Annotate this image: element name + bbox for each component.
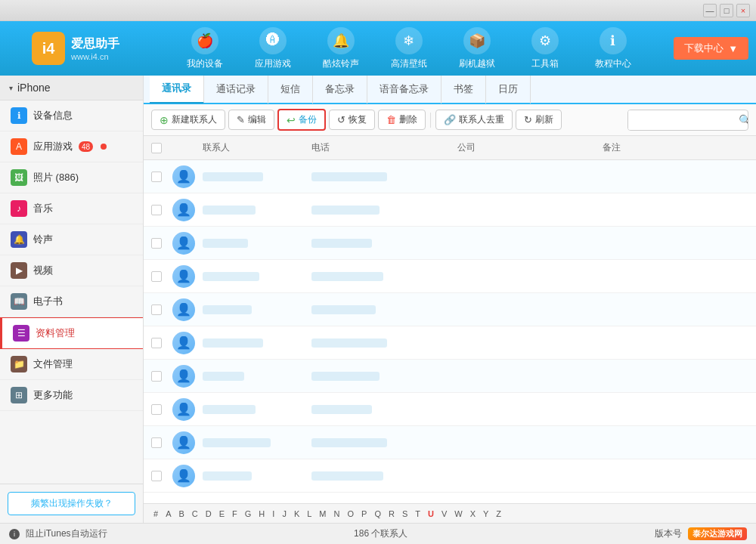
table-row[interactable]: 👤 (144, 326, 756, 360)
table-row[interactable]: 👤 (144, 360, 756, 393)
nav-wallpapers[interactable]: ❄ 高清壁纸 (375, 21, 443, 76)
new-contact-button[interactable]: ⊕ 新建联系人 (151, 110, 225, 130)
sidebar-item-music[interactable]: ♪ 音乐 (0, 193, 143, 224)
sidebar-music-label: 音乐 (33, 202, 53, 215)
alpha-item-f[interactable]: F (230, 509, 240, 518)
plus-icon: ⊕ (160, 114, 169, 126)
row-checkbox[interactable] (151, 437, 162, 448)
row-checkbox[interactable] (151, 371, 162, 382)
sidebar-item-app-games[interactable]: A 应用游戏 48 (0, 131, 143, 162)
contact-count: 186 个联系人 (354, 528, 407, 539)
tab-calendar[interactable]: 日历 (486, 76, 531, 104)
alpha-item-e[interactable]: E (217, 509, 227, 518)
sidebar-device-info-label: 设备信息 (33, 109, 73, 122)
avatar: 👤 (172, 431, 195, 454)
app-title: 爱思助手 (71, 36, 119, 52)
search-input[interactable] (628, 110, 734, 130)
alpha-item-g[interactable]: G (243, 509, 254, 518)
alpha-item-s[interactable]: S (400, 509, 410, 518)
sidebar-item-data-mgmt[interactable]: ☰ 资料管理 (0, 317, 143, 349)
alpha-item-b[interactable]: B (176, 509, 186, 518)
tab-call-log[interactable]: 通话记录 (204, 76, 268, 104)
sidebar-item-ringtones[interactable]: 🔔 铃声 (0, 224, 143, 255)
alpha-item-o[interactable]: O (345, 509, 356, 518)
delete-label: 删除 (399, 113, 417, 126)
contact-phone (311, 405, 372, 414)
contact-phone (311, 272, 383, 281)
restore-button[interactable]: ↺ 恢复 (329, 110, 375, 130)
alpha-item-z[interactable]: Z (494, 509, 503, 518)
tab-voice-notes[interactable]: 语音备忘录 (367, 76, 442, 104)
logo-area: i4 爱思助手 www.i4.cn (8, 32, 144, 65)
alpha-item-l[interactable]: L (305, 509, 314, 518)
row-checkbox[interactable] (151, 471, 162, 481)
alpha-item-q[interactable]: Q (372, 509, 383, 518)
alpha-item-m[interactable]: M (317, 509, 328, 518)
tab-contacts[interactable]: 通讯录 (150, 76, 204, 104)
table-row[interactable]: 👤 (144, 160, 756, 193)
alpha-item-w[interactable]: W (452, 509, 464, 518)
trouble-button[interactable]: 频繁出现操作失败？ (8, 492, 135, 515)
nav-app-games[interactable]: 🅐 应用游戏 (239, 21, 307, 76)
alpha-item-h[interactable]: H (256, 509, 267, 518)
alpha-item-y[interactable]: Y (481, 509, 491, 518)
delete-button[interactable]: 🗑 删除 (378, 110, 426, 130)
nav-tools[interactable]: ⚙ 工具箱 (511, 21, 579, 76)
tab-bookmarks[interactable]: 书签 (442, 76, 486, 104)
alpha-item-k[interactable]: K (292, 509, 302, 518)
alpha-item-i[interactable]: I (270, 509, 277, 518)
table-row[interactable]: 👤 (144, 393, 756, 426)
alpha-item-c[interactable]: C (190, 509, 200, 518)
alpha-item-t[interactable]: T (413, 509, 423, 518)
table-row[interactable]: 👤 (144, 260, 756, 293)
row-checkbox[interactable] (151, 338, 162, 348)
nav-jailbreak[interactable]: 📦 刷机越狱 (443, 21, 511, 76)
row-checkbox[interactable] (151, 205, 162, 215)
alpha-item-#[interactable]: # (151, 509, 160, 518)
row-checkbox[interactable] (151, 172, 162, 182)
table-row[interactable]: 👤 (144, 459, 756, 493)
sidebar-item-ebooks[interactable]: 📖 电子书 (0, 286, 143, 317)
contact-phone (311, 239, 372, 248)
table-row[interactable]: 👤 (144, 193, 756, 227)
export-button[interactable]: 🔗 联系人去重 (435, 110, 513, 130)
alpha-item-n[interactable]: N (332, 509, 342, 518)
alpha-item-d[interactable]: D (203, 509, 214, 518)
nav-tutorials[interactable]: ℹ 教程中心 (579, 21, 647, 76)
close-button[interactable]: × (736, 4, 750, 17)
table-row[interactable]: 👤 (144, 227, 756, 260)
sidebar-item-more[interactable]: ⊞ 更多功能 (0, 380, 143, 411)
refresh-button[interactable]: ↻ 刷新 (516, 110, 562, 130)
nav-ringtones[interactable]: 🔔 酷炫铃声 (307, 21, 375, 76)
select-all-checkbox[interactable] (151, 143, 162, 153)
row-checkbox[interactable] (151, 271, 162, 282)
table-row[interactable]: 👤 (144, 293, 756, 326)
download-center-button[interactable]: 下载中心 ▼ (674, 37, 748, 60)
edit-button[interactable]: ✎ 编辑 (228, 110, 274, 130)
tab-notes[interactable]: 备忘录 (313, 76, 367, 104)
alpha-item-r[interactable]: R (386, 509, 397, 518)
minimize-button[interactable]: — (703, 4, 717, 17)
alpha-item-a[interactable]: A (163, 509, 173, 518)
row-checkbox[interactable] (151, 304, 162, 315)
sidebar-item-video[interactable]: ▶ 视频 (0, 255, 143, 286)
sidebar-item-photos[interactable]: 🖼 照片 (886) (0, 162, 143, 193)
alpha-item-x[interactable]: X (468, 509, 478, 518)
alpha-item-j[interactable]: J (280, 509, 289, 518)
maximize-button[interactable]: □ (720, 4, 733, 17)
nav-my-device[interactable]: 🍎 我的设备 (171, 21, 239, 76)
sidebar-item-device-info[interactable]: ℹ 设备信息 (0, 100, 143, 131)
nav-tools-label: 工具箱 (531, 57, 559, 70)
backup-button[interactable]: ↩ 备份 (277, 109, 326, 131)
alpha-item-p[interactable]: P (359, 509, 369, 518)
contact-phone (311, 372, 380, 381)
row-checkbox[interactable] (151, 238, 162, 249)
alpha-item-u[interactable]: U (426, 509, 436, 518)
tab-sms[interactable]: 短信 (268, 76, 313, 104)
alpha-item-v[interactable]: V (439, 509, 449, 518)
sidebar-item-file-mgmt[interactable]: 📁 文件管理 (0, 349, 143, 380)
watermark-badge: 泰尔达游戏网 (688, 527, 747, 540)
row-checkbox[interactable] (151, 404, 162, 415)
nav-wallpapers-label: 高清壁纸 (391, 57, 427, 70)
table-row[interactable]: 👤 (144, 426, 756, 459)
